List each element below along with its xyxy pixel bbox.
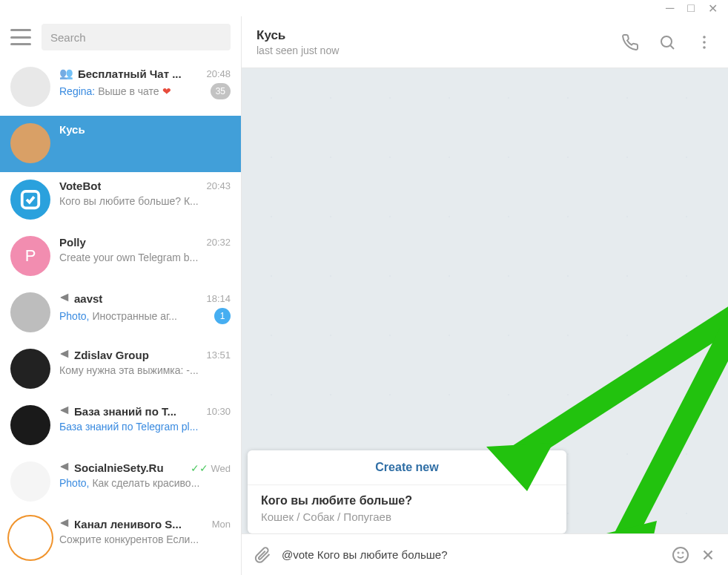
chat-status: last seen just now: [257, 45, 602, 56]
chat-time: 20:48: [206, 68, 231, 79]
close-icon[interactable]: [700, 547, 716, 563]
channel-icon: [59, 405, 70, 418]
chat-name: Polly: [59, 236, 86, 249]
call-icon[interactable]: [621, 33, 639, 51]
chat-title: Кусь: [257, 28, 602, 43]
chat-list-item[interactable]: База знаний по T...10:30База знаний по T…: [0, 398, 241, 454]
chat-header: Кусь last seen just now: [242, 16, 728, 68]
unread-badge: 35: [211, 83, 231, 99]
chat-name: 👥Бесплатный Чат ...: [59, 67, 182, 80]
sidebar: Search 👥Бесплатный Чат ...20:48Regina: В…: [0, 16, 242, 575]
window-close-icon[interactable]: ✕: [708, 1, 718, 16]
message-input-bar: @vote Кого вы любите больше?: [242, 533, 728, 575]
chat-time: 18:14: [206, 293, 231, 304]
svg-line-2: [671, 45, 675, 49]
chat-preview: Photo, Иностранные аг...: [59, 310, 177, 322]
chat-list-item[interactable]: SocialnieSety.Ru✓✓WedPhoto, Как сделать …: [0, 454, 241, 510]
chat-list-item[interactable]: 👥Бесплатный Чат ...20:48Regina: Выше в ч…: [0, 59, 241, 116]
svg-point-13: [678, 552, 679, 553]
message-input[interactable]: @vote Кого вы любите больше?: [282, 548, 661, 561]
chat-name: База знаний по T...: [59, 405, 176, 418]
avatar: [10, 349, 50, 389]
svg-point-14: [683, 552, 684, 553]
messages-area: Create new Кого вы любите больше? Кошек …: [242, 68, 728, 533]
group-icon: 👥: [59, 67, 73, 80]
avatar: [10, 67, 50, 107]
avatar: [10, 518, 50, 558]
channel-icon: [59, 461, 70, 474]
chat-name: Zdislav Group: [59, 349, 149, 361]
search-input[interactable]: Search: [42, 24, 231, 50]
poll-question: Кого вы любите больше?: [261, 494, 553, 507]
chat-list-item[interactable]: Канал ленивого S...MonСожрите конкуренто…: [0, 510, 241, 567]
svg-point-3: [703, 36, 706, 39]
inline-result-popup[interactable]: Create new Кого вы любите больше? Кошек …: [248, 450, 566, 533]
more-icon[interactable]: [695, 33, 713, 51]
svg-point-4: [703, 41, 706, 44]
avatar: [10, 123, 50, 163]
avatar: P: [10, 236, 50, 276]
attach-icon[interactable]: [254, 546, 271, 564]
chat-time: 20:32: [206, 237, 231, 248]
chat-preview: Photo, Как сделать красиво...: [59, 477, 199, 489]
unread-badge: 1: [214, 308, 231, 324]
chat-panel: Кусь last seen just now Create new Кого …: [242, 16, 728, 575]
channel-icon: [59, 518, 70, 530]
search-icon[interactable]: [658, 33, 676, 51]
chat-time: 13:51: [206, 349, 231, 361]
chat-name: Канал ленивого S...: [59, 518, 182, 530]
window-titlebar: ─ □ ✕: [0, 0, 728, 16]
chat-time: 10:30: [206, 406, 231, 417]
menu-icon[interactable]: [10, 29, 31, 45]
read-checks-icon: ✓✓: [191, 462, 208, 474]
chat-name: aavst: [59, 292, 102, 305]
chat-name: VoteBot: [59, 180, 101, 192]
window-maximize-icon[interactable]: □: [687, 1, 695, 15]
chat-time: Mon: [212, 519, 231, 530]
chat-preview: База знаний по Telegram pl...: [59, 421, 198, 433]
chat-list-item[interactable]: VoteBot20:43Кого вы любите больше? К...: [0, 172, 241, 229]
svg-point-1: [661, 36, 672, 47]
window-minimize-icon[interactable]: ─: [666, 1, 674, 15]
chat-list: 👥Бесплатный Чат ...20:48Regina: Выше в ч…: [0, 59, 241, 575]
chat-list-item[interactable]: Zdislav Group13:51Кому нужна эта выжимка…: [0, 341, 241, 398]
chat-preview: Сожрите конкурентов Если...: [59, 533, 199, 545]
chat-list-item[interactable]: aavst18:14Photo, Иностранные аг...1: [0, 285, 241, 341]
chat-name: SocialnieSety.Ru: [59, 461, 164, 474]
channel-icon: [59, 292, 70, 305]
chat-preview: Regina: Выше в чате ❤: [59, 85, 171, 97]
emoji-icon[interactable]: [672, 546, 689, 564]
avatar: [10, 180, 50, 220]
create-new-link[interactable]: Create new: [248, 450, 566, 485]
channel-icon: [59, 349, 70, 361]
chat-time: 20:43: [206, 180, 231, 191]
chat-preview: Кого вы любите больше? К...: [59, 195, 199, 207]
chat-time: ✓✓Wed: [191, 462, 231, 474]
svg-point-12: [673, 548, 688, 562]
chat-name: Кусь: [59, 123, 85, 136]
chat-preview: Кому нужна эта выжимка: -...: [59, 364, 199, 376]
chat-list-item[interactable]: Кусь: [0, 116, 241, 172]
svg-point-5: [703, 46, 706, 49]
chat-list-item[interactable]: PPolly20:32Create your own Telegram b...: [0, 229, 241, 285]
avatar: [10, 292, 50, 332]
avatar: [10, 461, 50, 502]
chat-preview: Create your own Telegram b...: [59, 252, 198, 263]
poll-answers: Кошек / Собак / Попугаев: [261, 510, 553, 523]
avatar: [10, 405, 50, 445]
